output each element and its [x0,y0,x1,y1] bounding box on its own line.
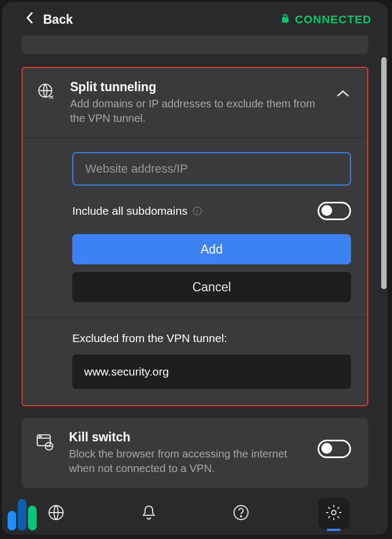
toggle-knob [321,205,332,216]
connection-status: CONNECTED [281,13,372,26]
lock-icon [281,13,290,26]
excluded-list-area: Excluded from the VPN tunnel: www.securi… [23,318,367,405]
kill-switch-panel[interactable]: Kill switch Block the browser from acces… [22,418,368,488]
scrollbar-thumb[interactable] [381,57,387,289]
info-icon[interactable]: i [193,207,202,215]
svg-point-7 [39,436,40,437]
nav-notifications[interactable] [133,498,164,529]
kill-switch-text: Kill switch Block the browser from acces… [69,430,305,476]
split-tunneling-text: Split tunneling Add domains or IP addres… [70,80,322,126]
excluded-list-title: Excluded from the VPN tunnel: [72,332,351,345]
svg-point-13 [240,516,242,517]
svg-point-12 [234,506,248,520]
kill-switch-subtitle: Block the browser from accessing the int… [69,447,305,476]
split-tunneling-form: Include all subdomains i Add Cancel [23,138,367,318]
app-window: Back CONNECTED Spl [2,2,388,535]
nav-settings[interactable] [318,498,349,529]
excluded-domain: www.security.org [84,365,290,378]
previous-panel-bottom [22,36,368,54]
bottom-nav [2,493,388,535]
svg-point-8 [40,436,42,437]
include-subdomains-row: Include all subdomains i [72,202,351,220]
cancel-button[interactable]: Cancel [72,272,351,302]
bell-icon [140,504,157,523]
back-button[interactable]: Back [26,12,73,27]
split-tunneling-title: Split tunneling [70,80,322,94]
include-subdomains-label: Include all subdomains [72,204,188,217]
add-button[interactable]: Add [72,234,351,264]
nav-home[interactable] [40,498,72,529]
logo-bar [28,506,37,530]
edit-button[interactable] [299,364,314,379]
kill-switch-toggle[interactable] [318,440,351,458]
include-subdomains-toggle[interactable] [318,202,351,220]
split-tunneling-panel: Split tunneling Add domains or IP addres… [22,67,368,406]
collapse-toggle[interactable] [335,80,351,100]
excluded-item: www.security.org [72,354,351,389]
back-label: Back [43,12,73,27]
globe-network-icon [36,80,57,101]
toggle-knob [321,443,332,454]
nav-help[interactable] [225,498,257,529]
help-icon [232,504,250,523]
brand-logo [8,499,37,530]
split-tunneling-header[interactable]: Split tunneling Add domains or IP addres… [23,68,367,138]
svg-point-14 [332,510,336,515]
logo-bar [18,499,26,530]
browser-block-icon [35,430,56,452]
split-tunneling-subtitle: Add domains or IP addresses to exclude t… [70,97,322,126]
gear-icon [325,504,342,523]
chevron-up-icon [336,90,350,100]
chevron-left-icon [26,12,33,27]
status-label: CONNECTED [295,13,372,26]
top-bar: Back CONNECTED [2,2,388,36]
kill-switch-title: Kill switch [69,430,305,445]
remove-button[interactable] [324,364,339,379]
settings-body: Split tunneling Add domains or IP addres… [2,36,388,493]
address-input[interactable] [72,152,351,186]
logo-bar [8,511,16,530]
globe-icon [47,504,65,523]
